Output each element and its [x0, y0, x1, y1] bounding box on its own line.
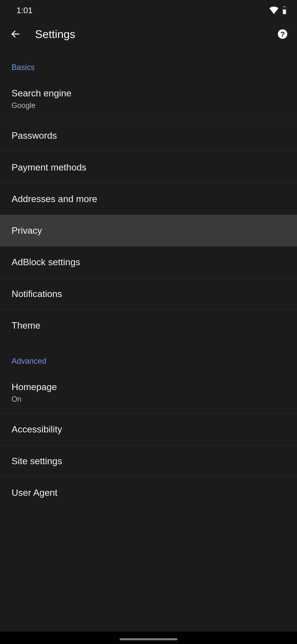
setting-title: Passwords: [11, 130, 286, 142]
setting-title: Notifications: [11, 288, 286, 300]
gesture-handle[interactable]: [120, 638, 177, 640]
setting-user-agent[interactable]: User Agent: [0, 477, 297, 508]
setting-title: User Agent: [11, 487, 286, 498]
setting-payment-methods[interactable]: Payment methods: [0, 152, 297, 183]
setting-subtitle: On: [11, 395, 286, 404]
setting-search-engine[interactable]: Search engine Google: [0, 78, 297, 120]
setting-title: Addresses and more: [11, 193, 286, 205]
setting-homepage[interactable]: Homepage On: [0, 371, 297, 414]
back-button[interactable]: [8, 27, 23, 41]
setting-accessibility[interactable]: Accessibility: [0, 414, 297, 445]
setting-title: Site settings: [11, 455, 286, 467]
page-title: Settings: [35, 28, 264, 40]
wifi-icon: [269, 6, 279, 14]
status-icons: [269, 6, 287, 14]
setting-adblock[interactable]: AdBlock settings: [0, 246, 297, 278]
arrow-left-icon: [10, 29, 21, 39]
setting-title: Homepage: [11, 381, 286, 393]
setting-title: Payment methods: [11, 162, 286, 173]
setting-theme[interactable]: Theme: [0, 310, 297, 341]
setting-title: AdBlock settings: [11, 256, 286, 268]
svg-rect-2: [283, 10, 286, 14]
setting-title: Search engine: [11, 88, 286, 99]
svg-text:?: ?: [280, 30, 285, 38]
setting-title: Privacy: [11, 225, 286, 236]
setting-privacy[interactable]: Privacy: [0, 215, 297, 246]
setting-notifications[interactable]: Notifications: [0, 278, 297, 310]
setting-addresses[interactable]: Addresses and more: [0, 183, 297, 215]
section-header-basics: Basics: [0, 48, 297, 78]
help-icon: ?: [278, 29, 288, 39]
app-bar: Settings ?: [0, 21, 297, 48]
setting-subtitle: Google: [11, 101, 286, 110]
help-button[interactable]: ?: [276, 28, 289, 40]
status-bar: 1:01: [0, 0, 297, 21]
setting-passwords[interactable]: Passwords: [0, 120, 297, 152]
system-nav-bar: [0, 632, 297, 644]
setting-site-settings[interactable]: Site settings: [0, 446, 297, 477]
section-header-advanced: Advanced: [0, 341, 297, 371]
setting-title: Theme: [11, 320, 286, 331]
status-time: 1:01: [16, 6, 32, 15]
battery-icon: [282, 6, 287, 14]
setting-title: Accessibility: [11, 424, 286, 435]
